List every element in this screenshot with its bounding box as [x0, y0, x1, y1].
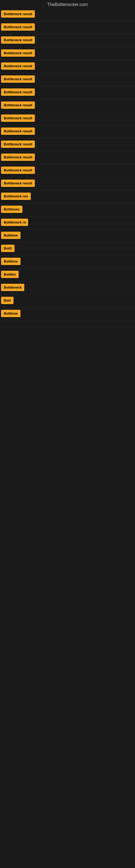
list-item: Bottlene: [0, 308, 135, 321]
bottleneck-badge[interactable]: Bottleneck result: [1, 75, 35, 83]
bottleneck-badge[interactable]: Bottlene: [1, 231, 20, 239]
list-item: Bottlen: [0, 269, 135, 282]
bottleneck-badge[interactable]: Bottlene: [1, 258, 20, 265]
bottleneck-badge[interactable]: Bottleneck result: [1, 115, 35, 122]
footer-text: ...: [1, 403, 5, 407]
list-item: Bottleneck result: [0, 177, 135, 190]
list-item: Bottlene: [0, 255, 135, 269]
site-title: TheBottlenecker.com: [0, 0, 135, 8]
list-item: Bottleneck result: [0, 34, 135, 47]
bottleneck-badge[interactable]: Bottleneck result: [1, 166, 35, 174]
list-item: Bottleneck result: [0, 86, 135, 99]
bottleneck-badge[interactable]: Bottleneck result: [1, 50, 35, 57]
bottleneck-badge[interactable]: Bottleneck result: [1, 10, 35, 18]
list-item: Bottleneck result: [0, 21, 135, 34]
list-item: Bottleneck result: [0, 47, 135, 60]
bottleneck-badge[interactable]: Bottleneck result: [1, 141, 35, 148]
list-item: Bottleneck result: [0, 73, 135, 86]
bottleneck-badge[interactable]: Bottlenec: [1, 206, 22, 213]
bottleneck-badge[interactable]: Bottlene: [1, 310, 20, 317]
bottleneck-badge[interactable]: Bott: [1, 297, 13, 304]
bottleneck-badge[interactable]: Bottlen: [1, 271, 18, 278]
bottleneck-badge[interactable]: Bottleneck result: [1, 101, 35, 109]
list-item: Bottleneck: [0, 282, 135, 294]
list-item: Bottleneck result: [0, 112, 135, 125]
bottleneck-badge[interactable]: Bottleneck re: [1, 219, 28, 226]
list-item: Bottl: [0, 243, 135, 255]
list-item: Bottleneck re: [0, 216, 135, 229]
list-item: Bottleneck result: [0, 99, 135, 112]
bottleneck-badge[interactable]: Bottleneck result: [1, 127, 35, 135]
list-item: Bottleneck result: [0, 138, 135, 151]
list-item: Bottleneck res: [0, 190, 135, 204]
bottleneck-badge[interactable]: Bottleneck result: [1, 88, 35, 96]
bottleneck-badge[interactable]: Bottleneck result: [1, 23, 35, 31]
bottleneck-badge[interactable]: Bottleneck result: [1, 36, 35, 44]
bottleneck-badge[interactable]: Bottleneck result: [1, 180, 35, 187]
list-item: Bottleneck result: [0, 8, 135, 21]
bottleneck-badge[interactable]: Bottl: [1, 245, 14, 252]
list-item: Bott: [0, 294, 135, 308]
bottleneck-badge[interactable]: Bottleneck result: [1, 154, 35, 161]
list-item: Bottlene: [0, 229, 135, 243]
list-item: Bottleneck result: [0, 164, 135, 177]
bottleneck-badge[interactable]: Bottleneck result: [1, 62, 35, 70]
results-list: Bottleneck resultBottleneck resultBottle…: [0, 8, 135, 321]
bottleneck-badge[interactable]: Bottleneck: [1, 284, 24, 291]
list-item: Bottlenec: [0, 204, 135, 216]
list-item: Bottleneck result: [0, 151, 135, 164]
bottleneck-badge[interactable]: Bottleneck res: [1, 193, 31, 200]
site-header: TheBottlenecker.com: [0, 0, 135, 8]
list-item: Bottleneck result: [0, 60, 135, 73]
list-item: Bottleneck result: [0, 125, 135, 138]
